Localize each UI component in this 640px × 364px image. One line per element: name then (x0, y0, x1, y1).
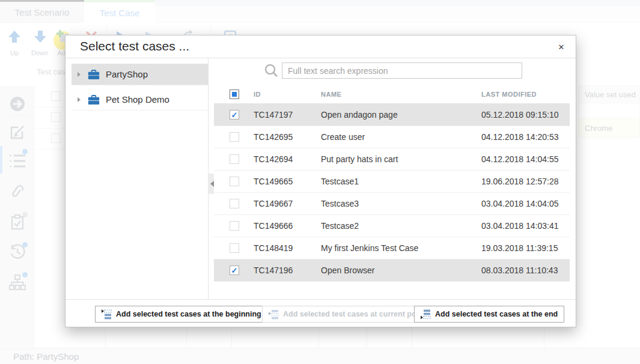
column-header-name[interactable]: NAME (321, 91, 481, 98)
cell-modified: 19.03.2018 11:39:15 (481, 243, 570, 253)
add-at-end-button[interactable]: Add selected test cases at the end (414, 306, 564, 323)
cell-name: Open Browser (321, 265, 481, 275)
search-input[interactable] (282, 62, 522, 79)
project-briefcase-icon (88, 94, 100, 105)
row-checkbox[interactable] (230, 177, 239, 186)
cell-name: Testcase1 (321, 177, 481, 186)
cell-name: Testcase2 (321, 221, 481, 231)
expander-icon[interactable] (78, 97, 81, 102)
insert-position-icon (269, 309, 279, 320)
test-case-table: ID NAME LAST MODIFIED TC147197 Open anda… (214, 85, 570, 282)
cell-modified: 03.04.2018 14:03:41 (481, 221, 570, 231)
cell-modified: 19.06.2018 12:57:28 (481, 177, 570, 186)
cell-id: TC149665 (254, 177, 321, 186)
cell-name: My first Jenkins Test Case (321, 243, 481, 253)
app-screen: Test Scenario Test Case (0, 0, 640, 364)
cell-id: TC148419 (254, 243, 321, 253)
cell-id: TC147196 (254, 265, 321, 275)
row-checkbox[interactable] (230, 265, 239, 275)
cell-id: TC147197 (254, 110, 321, 120)
footer-divider (66, 299, 576, 300)
insert-beginning-icon (102, 309, 112, 320)
button-label: Add selected test cases at the beginning (116, 310, 261, 318)
column-header-last-modified[interactable]: LAST MODIFIED (481, 91, 570, 98)
cell-modified: 05.12.2018 09:15:10 (481, 110, 570, 120)
dialog-title: Select test cases ... (80, 39, 189, 53)
search-icon (264, 63, 279, 78)
table-row[interactable]: TC148419 My first Jenkins Test Case 19.0… (214, 237, 570, 259)
row-checkbox[interactable] (230, 154, 239, 164)
table-row[interactable]: TC142695 Create user 04.12.2018 14:20:53 (214, 126, 570, 148)
row-checkbox[interactable] (230, 243, 239, 253)
select-all-checkbox[interactable] (230, 89, 239, 99)
cell-name: Open andagon page (321, 110, 481, 120)
expander-icon[interactable] (78, 72, 81, 77)
cell-modified: 03.04.2018 14:04:05 (481, 199, 570, 208)
cell-modified: 04.12.2018 14:20:53 (481, 132, 570, 142)
column-header-id[interactable]: ID (254, 91, 321, 98)
cell-id: TC149667 (254, 199, 321, 208)
cell-modified: 04.12.2018 14:04:55 (481, 154, 570, 164)
cell-name: Put party hats in cart (321, 154, 481, 164)
tree-item-label: Pet Shop Demo (106, 94, 169, 105)
table-row[interactable]: TC149665 Testcase1 19.06.2018 12:57:28 (214, 171, 570, 193)
row-checkbox[interactable] (230, 110, 239, 120)
row-checkbox[interactable] (230, 221, 239, 231)
table-row[interactable]: TC149666 Testcase2 03.04.2018 14:03:41 (214, 215, 570, 237)
cell-id: TC149666 (254, 221, 321, 231)
tree-item-partyshop[interactable]: PartyShop (72, 64, 208, 85)
add-at-beginning-button[interactable]: Add selected test cases at the beginning (95, 306, 268, 323)
select-test-cases-dialog: Select test cases ... ✕ PartyShop Pet Sh… (65, 35, 576, 327)
cell-name: Testcase3 (321, 199, 481, 208)
tree-item-pet-shop-demo[interactable]: Pet Shop Demo (72, 89, 208, 111)
cell-id: TC142694 (254, 154, 321, 164)
insert-end-icon (421, 309, 431, 320)
table-row[interactable]: TC142694 Put party hats in cart 04.12.20… (214, 148, 570, 171)
cell-name: Create user (321, 132, 481, 142)
table-row[interactable]: TC149667 Testcase3 03.04.2018 14:04:05 (214, 193, 570, 215)
table-header-row: ID NAME LAST MODIFIED (214, 85, 570, 104)
close-icon[interactable]: ✕ (555, 41, 567, 53)
dialog-header: Select test cases ... ✕ (66, 35, 576, 58)
row-checkbox[interactable] (230, 199, 239, 208)
cell-modified: 08.03.2018 11:10:43 (481, 265, 570, 275)
table-row[interactable]: TC147197 Open andagon page 05.12.2018 09… (214, 104, 570, 126)
button-label: Add selected test cases at the end (435, 310, 558, 318)
button-label: Add selected test cases at current posit… (283, 310, 436, 318)
cell-id: TC142695 (254, 132, 321, 142)
project-briefcase-icon (88, 69, 100, 80)
tree-item-label: PartyShop (106, 69, 148, 79)
table-row[interactable]: TC147196 Open Browser 08.03.2018 11:10:4… (214, 259, 570, 282)
row-checkbox[interactable] (230, 132, 239, 142)
